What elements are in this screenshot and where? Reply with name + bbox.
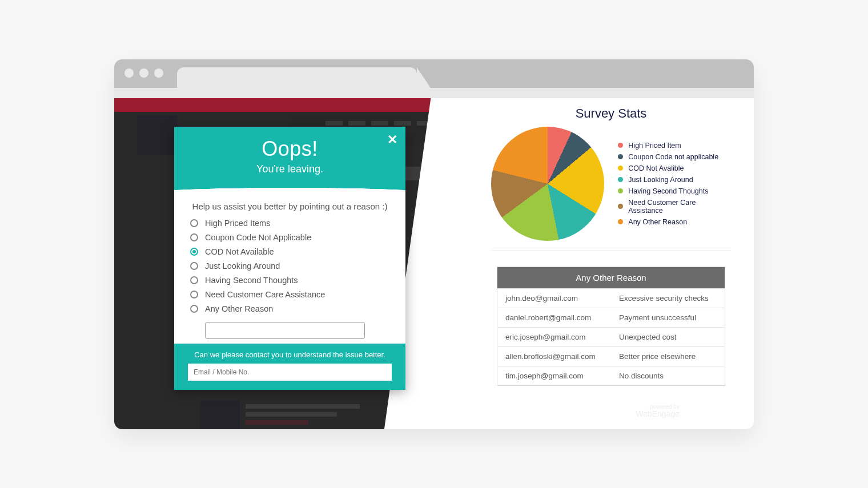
browser-tab[interactable] — [177, 67, 417, 88]
cell-reason: Unexpected cost — [611, 327, 725, 346]
browser-window: ✕ Oops! You're leaving. Help us assist y… — [114, 59, 754, 429]
survey-options: High Priced ItemsCoupon Code Not Applica… — [190, 219, 389, 339]
option-label: High Priced Items — [205, 219, 270, 228]
legend-item: Coupon Code not applicable — [618, 153, 731, 161]
legend-label: Any Other Reason — [628, 218, 687, 226]
option-label: Coupon Code Not Applicable — [205, 233, 311, 242]
stats-panel: Survey Stats High Priced ItemCoupon Code… — [480, 98, 754, 429]
radio-icon[interactable] — [190, 276, 198, 284]
legend-label: High Priced Item — [628, 142, 681, 150]
option-label: Any Other Reason — [205, 304, 273, 313]
cell-reason: Payment unsuccessful — [611, 308, 725, 327]
table-row: john.deo@gmail.comExcessive security che… — [497, 288, 725, 308]
chart-row: High Priced ItemCoupon Code not applicab… — [491, 127, 731, 251]
window-dot — [124, 68, 134, 78]
contact-input[interactable] — [188, 364, 392, 381]
legend-swatch — [618, 166, 623, 171]
radio-icon[interactable] — [190, 248, 198, 256]
legend-item: Any Other Reason — [618, 218, 731, 226]
survey-option[interactable]: Coupon Code Not Applicable — [190, 233, 389, 242]
chart-legend: High Priced ItemCoupon Code not applicab… — [618, 142, 731, 226]
browser-toolbar — [114, 88, 754, 98]
legend-label: Having Second Thoughts — [628, 187, 708, 195]
survey-option[interactable]: High Priced Items — [190, 219, 389, 228]
legend-label: Coupon Code not applicable — [628, 153, 718, 161]
option-label: Need Customer Care Assistance — [205, 290, 325, 299]
radio-icon[interactable] — [190, 305, 198, 313]
survey-option[interactable]: Having Second Thoughts — [190, 276, 389, 285]
legend-label: Just Looking Around — [628, 176, 693, 184]
other-reasons-section: Any Other Reason john.deo@gmail.comExces… — [491, 267, 731, 386]
legend-swatch — [618, 188, 623, 193]
legend-item: COD Not Avalible — [618, 164, 731, 172]
window-dot — [139, 68, 148, 78]
modal-prompt: Help us assist you better by pointing ou… — [190, 200, 389, 213]
radio-icon[interactable] — [190, 219, 198, 227]
cell-email: allen.brofloski@gmail.com — [497, 346, 612, 366]
table-row: tim.joseph@gmail.comNo discounts — [497, 366, 725, 385]
cell-reason: No discounts — [611, 366, 725, 385]
window-dot — [154, 68, 163, 78]
legend-label: Need Customer Care Assistance — [628, 199, 731, 215]
table-header: Any Other Reason — [497, 267, 725, 288]
radio-icon[interactable] — [190, 233, 198, 241]
cell-email: eric.joseph@gmail.com — [497, 327, 612, 346]
table-row: allen.brofloski@gmail.comBetter price el… — [497, 346, 725, 366]
table-row: daniel.robert@gmail.comPayment unsuccess… — [497, 308, 725, 327]
legend-swatch — [618, 177, 623, 182]
legend-swatch — [618, 143, 623, 148]
radio-icon[interactable] — [190, 291, 198, 299]
cell-reason: Better price elsewhere — [611, 346, 725, 366]
legend-label: COD Not Avalible — [628, 164, 684, 172]
other-reason-input[interactable] — [205, 322, 365, 339]
stats-title: Survey Stats — [491, 106, 731, 121]
legend-swatch — [618, 219, 623, 224]
option-label: Just Looking Around — [205, 261, 280, 271]
cell-email: tim.joseph@gmail.com — [497, 366, 612, 385]
pie-chart — [491, 127, 604, 241]
exit-survey-modal: ✕ Oops! You're leaving. Help us assist y… — [174, 127, 405, 390]
legend-swatch — [618, 154, 623, 159]
cell-email: daniel.robert@gmail.com — [497, 308, 612, 327]
modal-subtitle: You're leaving. — [180, 163, 400, 175]
option-label: COD Not Available — [205, 247, 274, 256]
legend-item: High Priced Item — [618, 142, 731, 150]
legend-item: Need Customer Care Assistance — [618, 199, 731, 215]
cell-email: john.deo@gmail.com — [497, 288, 612, 308]
contact-prompt: Can we please contact you to understand … — [188, 350, 392, 359]
legend-item: Having Second Thoughts — [618, 187, 731, 195]
modal-footer: Can we please contact you to understand … — [174, 344, 405, 390]
legend-item: Just Looking Around — [618, 176, 731, 184]
survey-option[interactable]: Any Other Reason — [190, 304, 389, 313]
page-content: ✕ Oops! You're leaving. Help us assist y… — [114, 98, 754, 429]
modal-body: Help us assist you better by pointing ou… — [174, 192, 405, 344]
survey-option[interactable]: COD Not Available — [190, 247, 389, 256]
survey-option[interactable]: Need Customer Care Assistance — [190, 290, 389, 299]
window-controls — [124, 68, 163, 78]
table-row: eric.joseph@gmail.comUnexpected cost — [497, 327, 725, 346]
cell-reason: Excessive security checks — [611, 288, 725, 308]
modal-header: ✕ Oops! You're leaving. — [174, 127, 405, 192]
browser-titlebar — [114, 59, 754, 88]
survey-option[interactable]: Just Looking Around — [190, 261, 389, 271]
other-reasons-table: Any Other Reason john.deo@gmail.comExces… — [497, 267, 725, 386]
close-icon[interactable]: ✕ — [387, 132, 397, 147]
modal-title: Oops! — [180, 137, 400, 161]
option-label: Having Second Thoughts — [205, 276, 298, 285]
radio-icon[interactable] — [190, 262, 198, 270]
legend-swatch — [618, 204, 623, 209]
